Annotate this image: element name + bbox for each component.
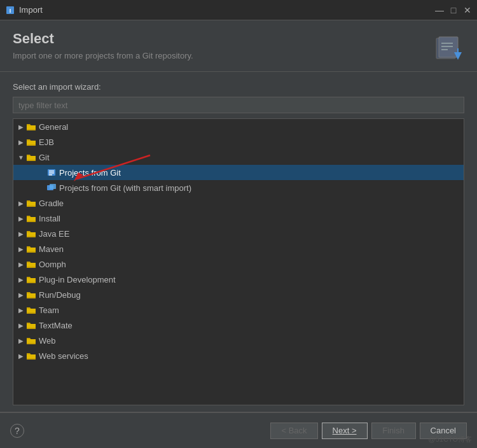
tree-item-gradle[interactable]: ▶ Gradle bbox=[13, 195, 464, 211]
tree-item-install[interactable]: ▶ Install bbox=[13, 211, 464, 226]
item-label-install: Install bbox=[39, 214, 60, 223]
title-bar-title: Import bbox=[19, 5, 431, 15]
header-subtitle: Import one or more projects from a Git r… bbox=[13, 51, 193, 60]
page-title: Select bbox=[13, 31, 193, 47]
help-button[interactable]: ? bbox=[10, 424, 24, 438]
svg-rect-11 bbox=[49, 172, 54, 174]
tree-item-textmate[interactable]: ▶ TextMate bbox=[13, 318, 464, 333]
item-label-general: General bbox=[39, 122, 68, 132]
tree-item-projects-from-git[interactable]: Projects from Git bbox=[13, 165, 464, 180]
item-label-ejb: EJB bbox=[39, 137, 54, 147]
item-label-java-ee: Java EE bbox=[39, 229, 69, 239]
folder-icon-gradle bbox=[26, 198, 36, 208]
expand-arrow-web-services[interactable]: ▶ bbox=[16, 351, 26, 361]
import-wizard-icon bbox=[434, 33, 464, 64]
item-label-oomph: Oomph bbox=[39, 260, 66, 269]
folder-icon-oomph bbox=[26, 259, 36, 269]
item-label-plugin-dev: Plug-in Development bbox=[39, 275, 116, 284]
item-label-git: Git bbox=[39, 153, 50, 162]
tree-item-general[interactable]: ▶ General bbox=[13, 119, 464, 134]
filter-input[interactable] bbox=[13, 97, 464, 113]
cancel-button[interactable]: Cancel bbox=[420, 423, 467, 439]
tree-item-plugin-dev[interactable]: ▶ Plug-in Development bbox=[13, 272, 464, 287]
dialog-main: Select an import wizard: ▶ General ▶ EJB bbox=[0, 72, 477, 412]
expand-arrow-team[interactable]: ▶ bbox=[16, 305, 26, 315]
item-label-web: Web bbox=[39, 336, 56, 346]
maximize-button[interactable]: □ bbox=[449, 6, 458, 15]
folder-icon-git bbox=[26, 152, 36, 162]
item-label-maven: Maven bbox=[39, 244, 64, 254]
tree-item-git[interactable]: ▼ Git bbox=[13, 150, 464, 165]
item-label-run-debug: Run/Debug bbox=[39, 290, 81, 300]
expand-arrow-maven[interactable]: ▶ bbox=[16, 244, 26, 254]
wizard-label: Select an import wizard: bbox=[13, 82, 464, 92]
header-text: Select Import one or more projects from … bbox=[13, 31, 193, 60]
expand-arrow-oomph[interactable]: ▶ bbox=[16, 259, 26, 269]
tree-item-java-ee[interactable]: ▶ Java EE bbox=[13, 226, 464, 241]
title-bar-icon: I bbox=[5, 5, 15, 15]
tree-item-oomph[interactable]: ▶ Oomph bbox=[13, 256, 464, 272]
footer-left: ? bbox=[10, 424, 24, 438]
expand-arrow-java-ee[interactable]: ▶ bbox=[16, 228, 26, 239]
item-label-projects-from-git: Projects from Git bbox=[59, 168, 121, 178]
folder-icon-install bbox=[26, 213, 36, 223]
svg-rect-3 bbox=[439, 37, 458, 57]
tree-item-projects-from-git-smart[interactable]: Projects from Git (with smart import) bbox=[13, 180, 464, 195]
expand-arrow-textmate[interactable]: ▶ bbox=[16, 320, 26, 330]
back-button[interactable]: < Back bbox=[270, 423, 317, 439]
next-button[interactable]: Next > bbox=[322, 423, 368, 439]
folder-icon-textmate bbox=[26, 320, 36, 330]
title-bar-controls: — □ ✕ bbox=[435, 6, 472, 15]
tree-item-team[interactable]: ▶ Team bbox=[13, 302, 464, 318]
svg-rect-14 bbox=[50, 184, 56, 189]
folder-icon-maven bbox=[26, 244, 36, 254]
tree-item-web[interactable]: ▶ Web bbox=[13, 333, 464, 348]
svg-text:I: I bbox=[10, 8, 11, 14]
expand-arrow-gradle[interactable]: ▶ bbox=[16, 198, 26, 208]
expand-arrow-plugin-dev[interactable]: ▶ bbox=[16, 274, 26, 284]
expand-arrow-install[interactable]: ▶ bbox=[16, 213, 26, 223]
close-button[interactable]: ✕ bbox=[463, 6, 472, 15]
dialog-body: Select Import one or more projects from … bbox=[0, 20, 477, 448]
folder-icon-web bbox=[26, 335, 36, 346]
dialog-footer: ? < Back Next > Finish Cancel bbox=[0, 412, 477, 448]
item-label-web-services: Web services bbox=[39, 351, 88, 361]
item-label-textmate: TextMate bbox=[39, 321, 73, 330]
minimize-button[interactable]: — bbox=[435, 6, 444, 15]
title-bar: I Import — □ ✕ bbox=[0, 0, 477, 20]
expand-arrow-web[interactable]: ▶ bbox=[16, 335, 26, 346]
folder-icon-ejb bbox=[26, 137, 36, 147]
folder-icon-team bbox=[26, 305, 36, 315]
tree-item-web-services[interactable]: ▶ Web services bbox=[13, 348, 464, 363]
svg-rect-10 bbox=[49, 171, 54, 172]
tree-item-maven[interactable]: ▶ Maven bbox=[13, 241, 464, 256]
folder-icon-java-ee bbox=[26, 228, 36, 239]
expand-arrow-ejb[interactable]: ▶ bbox=[16, 137, 26, 147]
item-label-gradle: Gradle bbox=[39, 199, 64, 208]
folder-icon-web-services bbox=[26, 351, 36, 361]
footer-buttons: < Back Next > Finish Cancel bbox=[270, 423, 467, 439]
svg-rect-12 bbox=[49, 174, 52, 176]
dialog-header: Select Import one or more projects from … bbox=[0, 20, 477, 72]
file-icon-projects-git-smart bbox=[46, 183, 57, 193]
expand-arrow-general[interactable]: ▶ bbox=[16, 122, 26, 132]
tree-item-run-debug[interactable]: ▶ Run/Debug bbox=[13, 287, 464, 302]
folder-icon-general bbox=[26, 122, 36, 132]
file-icon-projects-git bbox=[46, 167, 57, 178]
expand-arrow-git[interactable]: ▼ bbox=[16, 152, 26, 162]
expand-arrow-run-debug[interactable]: ▶ bbox=[16, 290, 26, 300]
folder-icon-run-debug bbox=[26, 290, 36, 300]
folder-icon-plugin-dev bbox=[26, 274, 36, 284]
tree-container[interactable]: ▶ General ▶ EJB ▼ Git bbox=[13, 118, 464, 405]
tree-item-ejb[interactable]: ▶ EJB bbox=[13, 134, 464, 150]
item-label-team: Team bbox=[39, 305, 59, 315]
item-label-projects-from-git-smart: Projects from Git (with smart import) bbox=[59, 183, 191, 193]
finish-button[interactable]: Finish bbox=[371, 423, 416, 439]
